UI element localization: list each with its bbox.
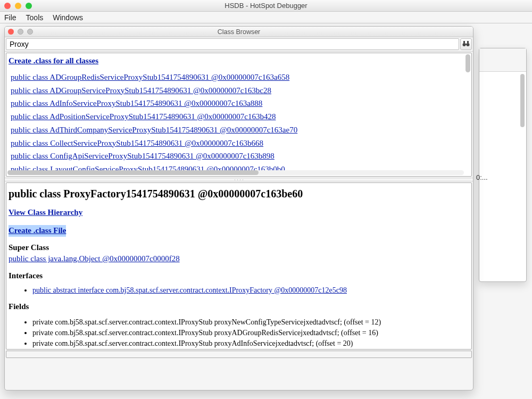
menu-file[interactable]: File (4, 13, 16, 22)
class-browser-title: Class Browser (5, 28, 473, 36)
svg-rect-2 (463, 41, 465, 43)
class-link[interactable]: public class CollectServiceProxyStub1541… (11, 138, 469, 149)
create-all-link[interactable]: Create .class for all classes (9, 56, 98, 65)
class-link[interactable]: public class ConfigApiServiceProxyStub15… (11, 151, 469, 162)
background-panel (479, 48, 527, 282)
class-list-body: Create .class for all classes public cla… (6, 53, 471, 171)
main-window-title: HSDB - HotSpot Debugger (0, 2, 532, 10)
interfaces-list: public abstract interface com.bj58.spat.… (32, 285, 469, 296)
class-list-v-scrollbar[interactable] (466, 54, 470, 72)
main-titlebar: HSDB - HotSpot Debugger (0, 0, 532, 12)
interfaces-label: Interfaces (9, 270, 469, 282)
split-handle[interactable] (5, 178, 473, 181)
class-browser-titlebar: Class Browser (5, 27, 473, 37)
binoculars-icon (462, 40, 470, 48)
class-link[interactable]: public class AdPositionServiceProxyStub1… (11, 111, 469, 123)
close-icon[interactable] (4, 3, 11, 9)
zoom-icon[interactable] (26, 3, 32, 9)
create-class-file-link[interactable]: Create .class File (9, 225, 66, 237)
menu-windows[interactable]: Windows (53, 13, 83, 22)
field-item: private com.bj58.spat.scf.server.contrac… (32, 317, 469, 328)
bg-panel-scrollbar[interactable] (520, 74, 525, 127)
menu-tools[interactable]: Tools (26, 13, 44, 22)
menubar: File Tools Windows (0, 12, 532, 23)
super-class-label: Super Class (9, 242, 469, 254)
search-input[interactable] (6, 38, 459, 50)
class-link[interactable]: public class ADGroupRedisServiceProxyStu… (11, 72, 469, 84)
fields-list: private com.bj58.spat.scf.server.contrac… (32, 317, 469, 350)
main-traffic-lights (0, 3, 32, 9)
detail-bottom-scrollbar[interactable] (6, 351, 472, 358)
fields-label: Fields (9, 301, 469, 313)
field-item: private com.bj58.spat.scf.server.contrac… (32, 338, 469, 349)
main-window: HSDB - HotSpot Debugger File Tools Windo… (0, 0, 532, 399)
class-heading: public class ProxyFactory1541754890631 @… (9, 186, 469, 202)
svg-rect-3 (467, 41, 469, 43)
super-class-link[interactable]: public class java.lang.Object @0x0000000… (9, 254, 180, 263)
minimize-icon[interactable] (15, 3, 21, 9)
interface-link[interactable]: public abstract interface com.bj58.spat.… (32, 286, 347, 294)
svg-rect-4 (465, 44, 467, 45)
class-link[interactable]: public class AdThirdCompanyServiceProxyS… (11, 124, 469, 136)
class-list-pane: Create .class for all classes public cla… (6, 53, 472, 177)
class-detail-pane: public class ProxyFactory1541754890631 @… (6, 182, 472, 350)
bg-panel-header (479, 48, 526, 72)
field-item: private com.bj58.spat.scf.server.contrac… (32, 328, 469, 338)
search-row (5, 37, 473, 52)
view-hierarchy-link[interactable]: View Class Hierarchy (9, 207, 82, 219)
class-link[interactable]: public class AdInfoServiceProxyStub15417… (11, 98, 469, 110)
truncated-text: 0:... (476, 173, 488, 181)
scrollbar-thumb[interactable] (7, 170, 259, 175)
search-button[interactable] (460, 38, 472, 50)
class-link[interactable]: public class ADGroupServiceProxyStub1541… (11, 85, 469, 97)
class-browser-window: Class Browser Create .class for all clas… (4, 26, 473, 390)
class-list-h-scrollbar[interactable] (7, 170, 464, 175)
